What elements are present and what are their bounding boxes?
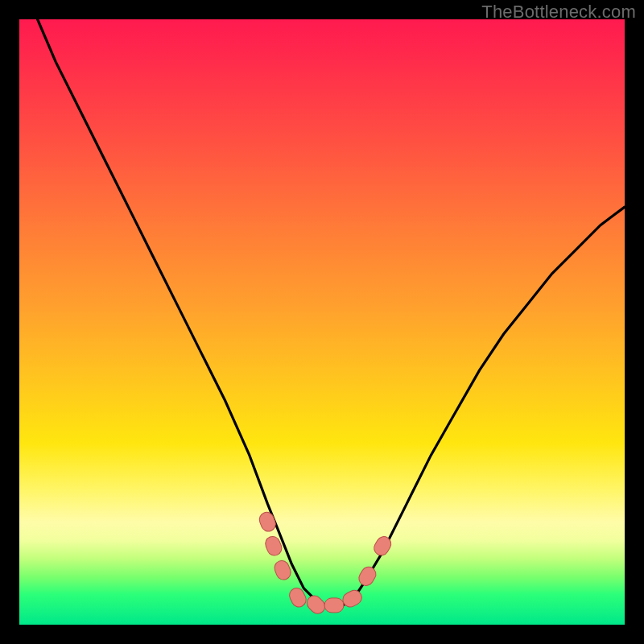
outer-frame: TheBottleneck.com bbox=[0, 0, 644, 644]
curve-marker bbox=[324, 598, 344, 613]
bottleneck-curve bbox=[38, 19, 625, 606]
svg-rect-7 bbox=[357, 564, 379, 588]
svg-rect-0 bbox=[258, 510, 278, 534]
svg-rect-5 bbox=[324, 598, 344, 613]
curve-marker bbox=[258, 510, 278, 534]
plot-area bbox=[19, 19, 625, 625]
watermark-text: TheBottleneck.com bbox=[481, 2, 636, 23]
curve-marker bbox=[357, 564, 379, 588]
curve-layer bbox=[19, 19, 625, 625]
